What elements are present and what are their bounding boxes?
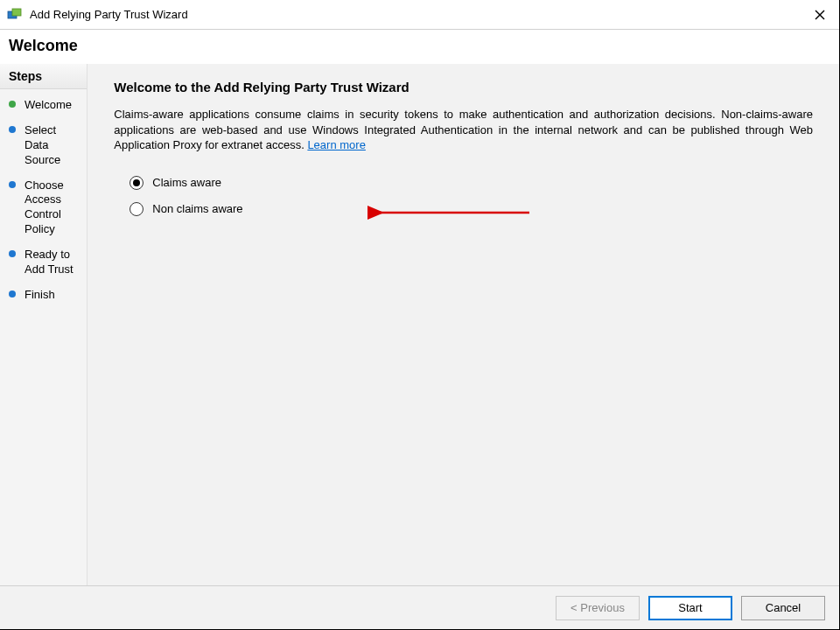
- step-bullet-icon: [9, 250, 16, 257]
- steps-header: Steps: [0, 64, 87, 89]
- content-area: Steps Welcome Select Data Source Choose …: [0, 64, 839, 585]
- titlebar: Add Relying Party Trust Wizard: [0, 0, 839, 30]
- radio-icon: [130, 202, 144, 216]
- step-welcome[interactable]: Welcome: [0, 93, 87, 118]
- step-bullet-icon: [9, 290, 16, 298]
- radio-claims-aware[interactable]: Claims aware: [130, 176, 813, 190]
- step-choose-access-control-policy[interactable]: Choose Access Control Policy: [0, 173, 87, 243]
- main-description: Claims-aware applications consume claims…: [114, 107, 813, 153]
- step-ready-to-add-trust[interactable]: Ready to Add Trust: [0, 242, 87, 283]
- radio-icon: [130, 176, 144, 190]
- step-label: Ready to Add Trust: [24, 248, 74, 276]
- close-icon: [815, 10, 825, 20]
- main-title: Welcome to the Add Relying Party Trust W…: [114, 80, 813, 94]
- page-heading: Welcome: [0, 30, 839, 64]
- previous-button: < Previous: [556, 596, 640, 620]
- step-bullet-icon: [9, 126, 16, 133]
- wizard-footer: < Previous Start Cancel: [0, 585, 839, 629]
- step-finish[interactable]: Finish: [0, 283, 87, 308]
- close-button[interactable]: [801, 0, 839, 30]
- cancel-button[interactable]: Cancel: [741, 596, 825, 620]
- step-label: Finish: [24, 288, 55, 301]
- description-text: Claims-aware applications consume claims…: [114, 108, 813, 151]
- step-label: Choose Access Control Policy: [24, 178, 64, 236]
- step-label: Select Data Source: [24, 123, 60, 166]
- step-select-data-source[interactable]: Select Data Source: [0, 118, 87, 173]
- radio-label: Non claims aware: [152, 202, 242, 215]
- svg-rect-1: [12, 9, 21, 16]
- radio-non-claims-aware[interactable]: Non claims aware: [130, 202, 813, 216]
- app-type-radio-group: Claims aware Non claims aware: [130, 176, 813, 228]
- app-icon: [7, 7, 23, 23]
- radio-label: Claims aware: [152, 176, 221, 189]
- step-bullet-icon: [9, 101, 16, 108]
- wizard-window: Add Relying Party Trust Wizard Welcome S…: [0, 0, 840, 630]
- step-bullet-icon: [9, 181, 16, 188]
- learn-more-link[interactable]: Learn more: [307, 138, 365, 151]
- main-panel: Welcome to the Add Relying Party Trust W…: [88, 64, 839, 585]
- window-title: Add Relying Party Trust Wizard: [30, 8, 188, 21]
- start-button[interactable]: Start: [648, 596, 732, 620]
- steps-list: Welcome Select Data Source Choose Access…: [0, 89, 87, 312]
- steps-sidebar: Steps Welcome Select Data Source Choose …: [0, 64, 88, 585]
- step-label: Welcome: [24, 98, 72, 111]
